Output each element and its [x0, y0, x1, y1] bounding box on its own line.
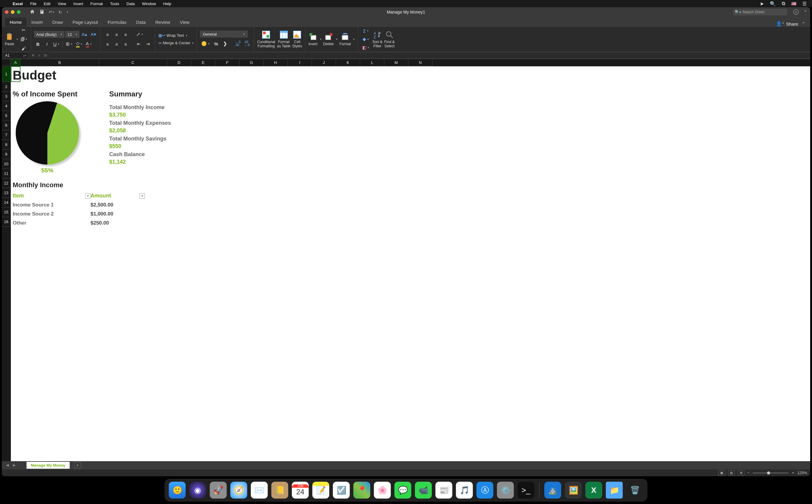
sheet-tab-active[interactable]: Manage My Money	[27, 462, 70, 469]
increase-font-icon[interactable]: A▴	[81, 30, 88, 38]
dock-excel-icon[interactable]: X	[586, 482, 602, 499]
tab-draw[interactable]: Draw	[48, 18, 68, 27]
number-format-select[interactable]: General▾	[200, 31, 248, 37]
dock-reminders-icon[interactable]: ☑️	[333, 482, 350, 499]
menu-edit[interactable]: Edit	[44, 2, 50, 6]
name-box[interactable]: A1▴▾	[3, 52, 28, 59]
column-header-E[interactable]: E	[191, 59, 215, 66]
cut-icon[interactable]: ✂	[20, 26, 28, 34]
dock-launchpad-icon[interactable]: 🚀	[210, 482, 227, 499]
align-bottom-icon[interactable]: ≡	[122, 30, 130, 38]
orientation-icon[interactable]: ⤢▾	[135, 30, 144, 38]
row-header-11[interactable]: 11	[2, 169, 11, 178]
menubar-app[interactable]: Excel	[13, 2, 23, 6]
search-sheet-input[interactable]: 🔍▾ Search Sheet	[733, 9, 787, 15]
column-header-I[interactable]: I	[288, 59, 312, 66]
row-header-16[interactable]: 16	[2, 217, 11, 227]
select-all-corner[interactable]	[2, 59, 11, 66]
dock-messages-icon[interactable]: 💬	[394, 482, 412, 499]
dock-news-icon[interactable]: 📰	[436, 482, 453, 499]
dock-downloads-icon[interactable]: 📁	[606, 482, 623, 499]
ribbon-collapse-icon[interactable]: ⌃	[804, 10, 807, 14]
dock-trash-icon[interactable]: 🗑️	[627, 482, 643, 499]
delete-cells-button[interactable]: Delete	[323, 32, 334, 46]
filter-amount-icon[interactable]: ▾	[139, 193, 145, 199]
accounting-format-icon[interactable]: 🪙▾	[200, 40, 211, 48]
sheet-nav-next-icon[interactable]: ▶	[12, 463, 17, 467]
dock-finder-icon[interactable]: 🙂	[169, 482, 186, 499]
row-header-9[interactable]: 9	[2, 150, 11, 159]
align-middle-icon[interactable]: ≡	[113, 30, 121, 38]
zoom-out-button[interactable]: −	[747, 471, 750, 475]
column-header-K[interactable]: K	[336, 59, 360, 66]
menu-tools[interactable]: Tools	[110, 2, 119, 6]
redo-icon[interactable]: ↻	[58, 10, 62, 14]
save-icon[interactable]	[39, 9, 45, 15]
wrap-text-button[interactable]: ▦↩ Wrap Text▾	[158, 33, 194, 38]
format-painter-icon[interactable]: 🖌	[20, 44, 28, 52]
font-color-button[interactable]: A▾	[85, 40, 93, 48]
column-header-A[interactable]: A	[11, 59, 21, 66]
ribbon-toggle-icon[interactable]: ⌃	[802, 21, 805, 26]
view-page-break-icon[interactable]: ⊞	[738, 470, 744, 476]
row-header-5[interactable]: 5	[2, 111, 11, 121]
merge-center-button[interactable]: ⇔ Merge & Center▾	[158, 41, 194, 45]
menu-insert[interactable]: Insert	[73, 2, 83, 6]
formula-input[interactable]	[50, 52, 810, 59]
column-header-J[interactable]: J	[312, 59, 336, 66]
column-header-G[interactable]: G	[239, 59, 264, 66]
conditional-formatting-button[interactable]: Conditional Formatting	[257, 30, 275, 48]
row-header-1[interactable]: 1	[2, 66, 11, 82]
dock-mail-icon[interactable]: ✉️	[251, 482, 268, 499]
view-normal-icon[interactable]: ▦	[719, 470, 725, 476]
dock-photos-icon[interactable]: 🌸	[374, 482, 391, 499]
format-cells-dropdown[interactable]: ▾	[353, 38, 355, 41]
find-select-button[interactable]: Find & Select	[384, 30, 395, 48]
column-header-H[interactable]: H	[264, 59, 288, 66]
screen-mirroring-icon[interactable]: ⧉	[782, 1, 785, 6]
increase-indent-icon[interactable]: ⇥	[144, 40, 152, 48]
zoom-in-button[interactable]: +	[792, 471, 794, 475]
menu-extras-icon[interactable]: ☰	[802, 1, 807, 7]
align-left-icon[interactable]: ≡	[104, 40, 112, 48]
spotlight-icon[interactable]: 🔍	[770, 1, 776, 7]
borders-button[interactable]: ⊞▾	[65, 40, 74, 48]
dock-siri-icon[interactable]: ◉	[189, 482, 206, 499]
column-header-C[interactable]: C	[99, 59, 167, 66]
row-header-8[interactable]: 8	[2, 140, 11, 150]
sheet-nav-prev-icon[interactable]: ◀	[5, 463, 10, 467]
format-cells-button[interactable]: Format	[339, 32, 351, 46]
paste-button[interactable]: Paste	[5, 32, 14, 46]
font-size-select[interactable]: 12▾	[65, 31, 79, 38]
comma-format-icon[interactable]: ❯	[221, 40, 229, 48]
tab-page-layout[interactable]: Page Layout	[68, 18, 103, 27]
row-header-14[interactable]: 14	[2, 198, 11, 207]
row-header-7[interactable]: 7	[2, 130, 11, 140]
menu-view[interactable]: View	[58, 2, 66, 6]
align-top-icon[interactable]: ≡	[104, 30, 112, 38]
undo-icon[interactable]: ↶▾	[49, 10, 54, 14]
add-sheet-button[interactable]: +	[74, 462, 81, 468]
menu-file[interactable]: File	[30, 2, 36, 6]
window-zoom-button[interactable]	[17, 10, 21, 14]
filter-item-icon[interactable]: ▾	[85, 193, 90, 199]
fill-icon[interactable]: ◆▾	[361, 35, 370, 43]
feedback-smiley-icon[interactable]: ☺	[793, 9, 799, 15]
cells-viewport[interactable]: Budget % of Income Spent 55%	[11, 66, 810, 461]
row-header-13[interactable]: 13	[2, 188, 11, 198]
dock-pinned-images-icon[interactable]: 🖼️	[565, 482, 582, 499]
decrease-font-icon[interactable]: A▾	[90, 30, 97, 38]
insert-cells-button[interactable]: Insert	[308, 32, 317, 46]
view-page-layout-icon[interactable]: ▥	[728, 470, 735, 476]
column-header-L[interactable]: L	[360, 59, 384, 66]
delete-cells-dropdown[interactable]: ▾	[336, 38, 337, 41]
fx-icon[interactable]: fx	[44, 53, 47, 58]
dock-terminal-icon[interactable]: >_	[518, 482, 535, 499]
window-close-button[interactable]	[5, 10, 8, 14]
column-header-B[interactable]: B	[21, 59, 99, 66]
increase-decimal-icon[interactable]: ←.0.00	[234, 40, 242, 48]
dock-safari-icon[interactable]: 🧭	[230, 482, 247, 499]
dock-maps-icon[interactable]: 📍	[353, 482, 370, 499]
enter-formula-icon[interactable]: ✓	[38, 53, 41, 58]
fill-color-button[interactable]: ◇▾	[75, 40, 84, 48]
